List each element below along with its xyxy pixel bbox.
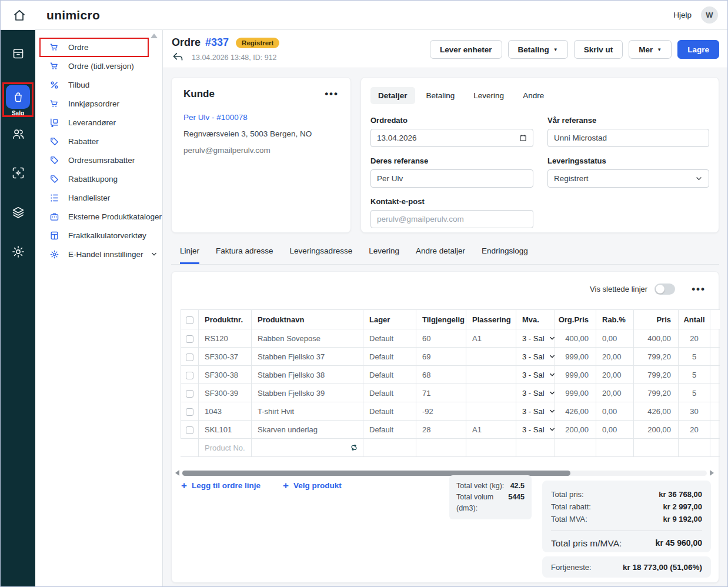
cell-lager[interactable]: Default [363,366,416,384]
cell-mva[interactable]: 3 - Sal [516,421,555,439]
sidebar-item-e-handel-innstillinger[interactable]: E-Handel innstillinger [35,245,163,264]
cell-produktnavn[interactable]: T-shirt Hvit [252,402,363,421]
lines-tab-faktura-adresse[interactable]: Faktura adresse [216,245,273,264]
cell-mva[interactable]: 3 - Sal [516,384,555,402]
cell-rab[interactable]: 20,00 [596,348,634,366]
column-header[interactable]: Antall [679,310,710,329]
cell-orgpris[interactable]: 400,00 [555,329,596,348]
row-checkbox[interactable] [186,335,193,343]
details-tab-levering[interactable]: Levering [466,87,512,104]
sidebar-item-innkj-psordrer[interactable]: Innkjøpsordrer [35,94,163,113]
cell-pris[interactable]: 400,00 [634,329,679,348]
cell-rab[interactable]: 20,00 [596,384,634,402]
deres-referanse-input[interactable]: Per Ulv [370,169,533,188]
lines-tab-andre-detaljer[interactable]: Andre detaljer [416,245,465,264]
cell-produktnavn[interactable]: Skarven underlag [252,421,363,439]
cell-orgpris[interactable]: 999,00 [555,384,596,402]
cell-produktnr[interactable]: SF300-39 [199,384,252,402]
integration-scan-icon[interactable] [11,166,25,180]
cell-lager[interactable]: Default [363,402,416,421]
sidebar-item-rabattkupong[interactable]: Rabattkupong [35,169,163,188]
cell-rab[interactable]: 0,00 [596,329,634,348]
cell-pris[interactable]: 799,20 [634,366,679,384]
cell-produktnr[interactable]: 1043 [199,402,252,421]
cell-orgpris[interactable]: 999,00 [555,366,596,384]
cell-tilgjengelig[interactable]: 68 [416,366,466,384]
scroll-right-icon[interactable] [710,470,714,476]
cell-mva[interactable]: 3 - Sal [516,366,555,384]
cell-plassering[interactable]: A1 [466,421,516,439]
details-tab-detaljer[interactable]: Detaljer [370,87,415,104]
cell-tilgjengelig[interactable]: 71 [416,384,466,402]
lines-tab-leveringsadresse[interactable]: Leveringsadresse [290,245,353,264]
cell-orgpris[interactable]: 200,00 [555,421,596,439]
leveringsstatus-select[interactable]: Registrert [547,169,709,188]
lines-tab-levering[interactable]: Levering [369,245,399,264]
sales-module-button[interactable] [6,85,30,109]
column-header[interactable]: Mva. [516,310,555,329]
users-icon[interactable] [11,127,25,141]
column-header[interactable]: Produktnavn [252,310,363,329]
row-checkbox[interactable] [186,408,193,416]
layers-icon[interactable] [11,205,25,219]
cell-antall[interactable]: 5 [679,348,710,366]
scroll-left-icon[interactable] [175,470,179,476]
cell-rab[interactable]: 0,00 [596,402,634,421]
sidebar-item-rabatter[interactable]: Rabatter [35,132,163,151]
settings-gear-icon[interactable] [11,245,25,259]
cell-pris[interactable]: 426,00 [634,402,679,421]
cell-rab[interactable]: 0,00 [596,421,634,439]
lines-tab-linjer[interactable]: Linjer [180,245,199,264]
cell-antall[interactable]: 5 [679,384,710,402]
customer-more-icon[interactable]: ••• [325,91,339,97]
sidebar-item-leverand-rer[interactable]: Leverandører [35,113,163,132]
archive-icon[interactable] [11,46,25,61]
cell-rab[interactable]: 20,00 [596,366,634,384]
sync-icon[interactable] [350,443,358,452]
avatar[interactable]: W [701,6,718,24]
cell-orgpris[interactable]: 999,00 [555,348,596,366]
cell-tilgjengelig[interactable]: 69 [416,348,466,366]
row-checkbox[interactable] [186,390,193,398]
cell-mva[interactable]: 3 - Sal [516,348,555,366]
cell-antall[interactable]: 20 [679,421,710,439]
home-icon[interactable] [11,7,28,24]
cell-produktnr[interactable]: SF300-37 [199,348,252,366]
cell-lager[interactable]: Default [363,421,416,439]
customer-link[interactable]: Per Ulv - #100078 [183,113,339,122]
cell-plassering[interactable] [466,402,516,421]
cell-tilgjengelig[interactable]: 60 [416,329,466,348]
kontakt-epost-input[interactable]: perulv@gmailperulv.com [370,210,533,228]
horizontal-scrollbar[interactable] [175,469,714,476]
sidebar-item-fraktkalkulatorverkt-y[interactable]: Fraktkalkulatorverktøy [35,226,163,245]
cell-antall[interactable]: 20 [679,329,710,348]
sidebar-item-tilbud[interactable]: Tilbud [35,75,163,94]
details-tab-betaling[interactable]: Betaling [419,87,463,104]
cell-plassering[interactable] [466,384,516,402]
column-header[interactable]: Pris [634,310,679,329]
row-checkbox[interactable] [186,426,193,434]
column-header[interactable]: Org.Pris [555,310,596,329]
sidebar-item-eksterne-produktkataloger[interactable]: Eksterne Produktkataloger [35,207,163,226]
cell-lager[interactable]: Default [363,384,416,402]
cell-plassering[interactable] [466,366,516,384]
cell-pris[interactable]: 799,20 [634,384,679,402]
cell-tilgjengelig[interactable]: -92 [416,402,466,421]
mer-dropdown-button[interactable]: Mer▼ [629,40,672,59]
sidebar-item-handlelister[interactable]: Handlelister [35,188,163,207]
cell-produktnavn[interactable]: Stabben Fjellsko 39 [252,384,363,402]
column-header[interactable]: Plassering [466,310,516,329]
new-product-input[interactable]: Product No. [199,439,252,457]
cell-produktnr[interactable]: SF300-38 [199,366,252,384]
row-checkbox[interactable] [186,372,193,379]
cell-lager[interactable]: Default [363,348,416,366]
help-link[interactable]: Hjelp [673,11,692,19]
cell-antall[interactable]: 30 [679,402,710,421]
column-header[interactable]: Tilgjengelig [416,310,466,329]
cell-mva[interactable]: 3 - Sal [516,329,555,348]
cell-pris[interactable]: 799,20 [634,348,679,366]
betaling-dropdown-button[interactable]: Betaling▼ [508,40,568,59]
cell-produktnavn[interactable]: Rabben Sovepose [252,329,363,348]
calendar-icon[interactable] [519,134,527,142]
cell-produktnr[interactable]: SKL101 [199,421,252,439]
